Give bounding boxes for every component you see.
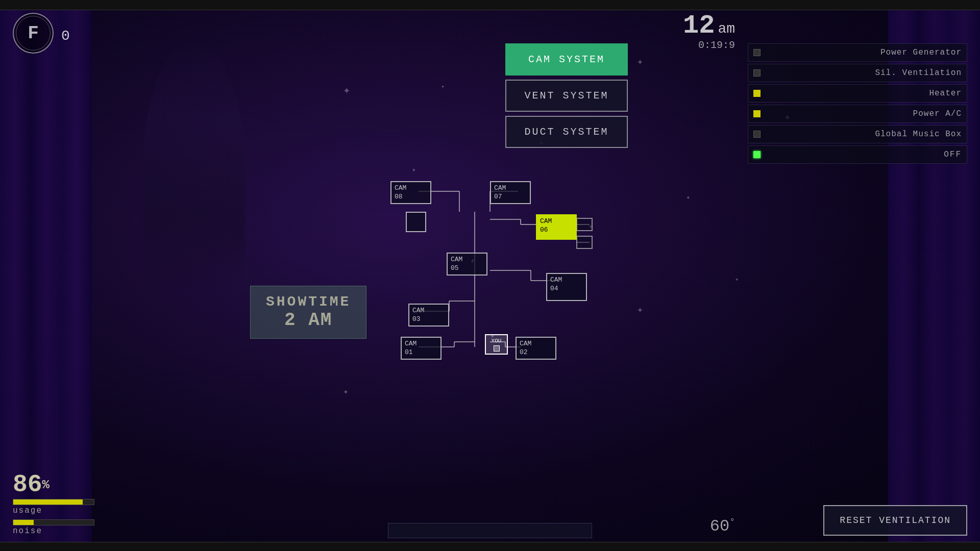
panel-item-off[interactable]: OFF [748, 145, 967, 164]
cam07-label: CAM07 [494, 184, 506, 201]
cam-node-05[interactable]: CAM05 [447, 253, 487, 276]
led-power-ac [753, 110, 761, 117]
cam06-label: CAM06 [540, 217, 552, 234]
led-power-generator [753, 49, 761, 56]
label-global-music-box: Global Music Box [766, 130, 962, 139]
temperature-unit: ° [729, 517, 735, 527]
svg-rect-11 [577, 236, 592, 248]
time-display: 12 am 0:19:9 [683, 13, 735, 51]
cam-node-04[interactable]: CAM04 [546, 273, 587, 301]
temperature-display: 60° [710, 517, 735, 536]
vent-system-button[interactable]: VENT SYSTEM [505, 80, 628, 112]
label-power-generator: Power Generator [766, 48, 962, 57]
panel-item-sil-ventilation: Sil. Ventilation [748, 64, 967, 82]
you-label: YOU [489, 337, 504, 344]
cam-node-07[interactable]: CAM07 [490, 181, 531, 204]
cam01-label: CAM01 [405, 340, 416, 356]
usage-percent: 86 [13, 471, 42, 498]
percent-symbol: % [42, 478, 50, 492]
label-off: OFF [766, 150, 962, 159]
led-off [753, 151, 761, 158]
center-input [388, 523, 592, 538]
usage-bar-container [13, 499, 94, 505]
logo-inner [16, 16, 51, 51]
score-display: 0 [61, 28, 70, 44]
usage-bar [13, 499, 83, 505]
cam-node-01[interactable]: CAM01 [401, 337, 442, 360]
temperature-value: 60 [710, 517, 729, 536]
showtime-title: SHOWTIME [266, 294, 351, 310]
label-heater: Heater [766, 89, 962, 98]
cam-node-03[interactable]: CAM03 [408, 304, 449, 327]
led-global-music-box [753, 131, 761, 138]
score-value: 0 [61, 28, 70, 44]
animatronic-silhouette [143, 41, 245, 296]
panel-item-power-generator: Power Generator [748, 43, 967, 62]
showtime-time: 2 AM [266, 310, 351, 331]
bottom-bar [0, 542, 980, 551]
percent-display: 86% [13, 472, 115, 497]
cam04-label: CAM04 [550, 276, 562, 292]
cam-system-button[interactable]: CAM SYSTEM [505, 43, 628, 76]
showtime-sign: SHOWTIME 2 AM [250, 286, 366, 339]
curtain-left [0, 0, 92, 551]
duct-system-button[interactable]: DUCT SYSTEM [505, 116, 628, 148]
noise-bar [13, 520, 34, 525]
panel-item-heater[interactable]: Heater [748, 84, 967, 103]
cam-node-02[interactable]: CAM02 [516, 337, 556, 360]
label-power-ac: Power A/C [766, 109, 962, 118]
you-indicator [494, 345, 500, 352]
cam-node-08-sub [406, 212, 426, 232]
cam-node-06[interactable]: CAM06 [536, 214, 577, 240]
stats-panel: 86% usage noise [13, 472, 115, 536]
panel-item-power-ac[interactable]: Power A/C [748, 105, 967, 123]
reset-ventilation-button[interactable]: RESET VENTILATION [823, 505, 967, 536]
right-panel: Power Generator Sil. Ventilation Heater … [748, 43, 967, 166]
cam05-label: CAM05 [451, 256, 462, 272]
svg-rect-9 [577, 218, 592, 231]
usage-label: usage [13, 506, 115, 515]
cam-node-08[interactable]: CAM08 [390, 181, 431, 204]
time-hour: 12 [683, 13, 715, 39]
logo: F [13, 13, 54, 54]
time-am: am [718, 21, 735, 37]
noise-bar-container [13, 519, 94, 525]
time-seconds: 0:19:9 [683, 39, 735, 51]
led-heater [753, 90, 761, 97]
led-sil-ventilation [753, 69, 761, 77]
cam-node-you: YOU [485, 334, 508, 355]
noise-label: noise [13, 527, 115, 536]
panel-item-global-music-box: Global Music Box [748, 125, 967, 143]
system-buttons-panel: CAM SYSTEM VENT SYSTEM DUCT SYSTEM [505, 43, 628, 152]
label-sil-ventilation: Sil. Ventilation [766, 68, 962, 78]
camera-map: CAM08 CAM07 CAM06 CAM05 CAM04 CAM03 CAM0… [347, 153, 633, 388]
cam03-label: CAM03 [412, 307, 424, 323]
cam08-label: CAM08 [395, 184, 406, 201]
top-bar [0, 0, 980, 10]
cam02-label: CAM02 [520, 340, 531, 356]
